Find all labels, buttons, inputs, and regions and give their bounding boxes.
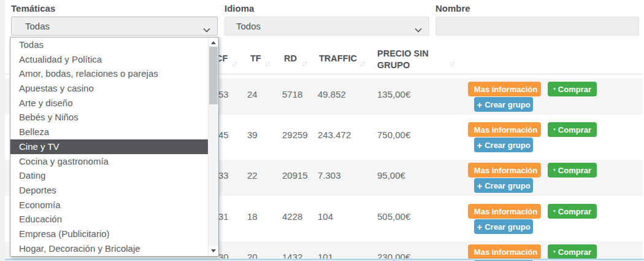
sort-icon[interactable]: ↓↑ <box>449 58 454 68</box>
plus-icon: + <box>477 222 482 232</box>
sort-icon[interactable]: ↓↑ <box>359 58 364 68</box>
dropdown-option[interactable]: Dating <box>10 168 208 183</box>
scroll-down-button[interactable] <box>209 246 218 256</box>
sort-icon[interactable]: ↓↑ <box>231 58 236 68</box>
dropdown-option[interactable]: Belleza <box>10 125 208 139</box>
tematicas-label: Temáticas <box>11 3 55 14</box>
tf-value: 18 <box>247 211 258 222</box>
more-info-button[interactable]: Mas información <box>468 82 541 96</box>
rd-value: 4228 <box>282 211 302 222</box>
dropdown-option[interactable]: Actualidad y Política <box>10 52 208 67</box>
dropdown-options: Todas Actualidad y Política Amor, bodas,… <box>10 37 208 256</box>
cart-icon <box>553 126 556 133</box>
dropdown-option[interactable]: Educación <box>10 212 208 227</box>
more-info-button[interactable]: Mas información <box>468 244 541 259</box>
cart-icon <box>553 166 556 174</box>
chevron-down-icon <box>415 24 422 34</box>
rd-value: 5718 <box>282 89 302 99</box>
nombre-input[interactable] <box>435 17 639 36</box>
left-edge-strip <box>0 0 5 261</box>
create-group-button[interactable]: + Crear grupo <box>474 138 533 152</box>
traffic-value: 243.472 <box>318 130 351 140</box>
create-group-button[interactable]: + Crear grupo <box>474 97 533 112</box>
chevron-down-icon <box>203 24 210 34</box>
price-value: 135,00€ <box>377 89 410 99</box>
idioma-selected-value: Todos <box>225 21 261 31</box>
dropdown-option[interactable]: Bebés y Niños <box>10 110 208 125</box>
column-header-tf[interactable]: TF <box>250 53 261 63</box>
sort-icon[interactable]: ↓↑ <box>301 58 306 68</box>
tf-value: 22 <box>247 170 258 181</box>
dropdown-option-highlighted[interactable]: Cine y TV <box>10 139 208 154</box>
more-info-button[interactable]: Mas información <box>468 204 541 219</box>
idioma-label: Idioma <box>224 3 254 14</box>
dropdown-option[interactable]: Empresa (Publicitario) <box>10 227 208 241</box>
idioma-select[interactable]: Todos <box>224 17 429 36</box>
dropdown-option[interactable]: Amor, bodas, relaciones o parejas <box>10 66 208 81</box>
buy-button[interactable]: Comprar <box>548 204 597 219</box>
triangle-down-icon <box>211 249 216 252</box>
plus-icon: + <box>477 141 482 150</box>
column-header-rd[interactable]: RD <box>284 53 297 63</box>
dropdown-option[interactable]: Deportes <box>10 183 208 198</box>
tematicas-select[interactable]: Todas <box>11 17 218 36</box>
buy-button[interactable]: Comprar <box>548 244 597 259</box>
plus-icon: + <box>477 100 482 109</box>
tf-value: 24 <box>247 89 258 99</box>
bottom-accent-bar <box>5 259 644 260</box>
dropdown-option[interactable]: Todas <box>10 37 208 52</box>
column-header-precio-sin-grupo[interactable]: PRECIO SIN GRUPO <box>377 48 442 71</box>
price-value: 505,00€ <box>377 211 410 222</box>
rd-value: 29259 <box>282 130 308 140</box>
dropdown-option[interactable]: Apuestas y casino <box>10 81 208 96</box>
price-value: 95,00€ <box>377 170 405 181</box>
triangle-up-icon <box>211 41 216 44</box>
dropdown-option[interactable]: Hogar, Decoración y Bricolaje <box>10 241 208 256</box>
buy-button[interactable]: Comprar <box>548 122 597 137</box>
dropdown-option[interactable]: Arte y diseño <box>10 96 208 111</box>
cart-icon <box>553 248 556 255</box>
dropdown-option[interactable]: Cocina y gastronomía <box>10 154 208 169</box>
create-group-button[interactable]: + Crear grupo <box>474 219 533 234</box>
traffic-value: 49.852 <box>318 89 346 99</box>
cf-value: 45 <box>218 130 229 140</box>
plus-icon: + <box>477 181 482 190</box>
cart-icon <box>553 208 556 215</box>
dropdown-scrollbar[interactable] <box>208 37 218 256</box>
tf-value: 39 <box>247 130 258 140</box>
sort-icon[interactable]: ↓↑ <box>264 58 269 68</box>
cf-value: 33 <box>218 170 229 181</box>
dropdown-option[interactable]: Economía <box>10 198 208 212</box>
rd-value: 20915 <box>282 170 308 181</box>
column-header-traffic[interactable]: TRAFFIC <box>319 53 357 63</box>
cf-value: 53 <box>218 89 229 99</box>
scrollbar-thumb[interactable] <box>209 47 218 104</box>
traffic-value: 7.303 <box>318 170 341 181</box>
create-group-button[interactable]: + Crear grupo <box>474 178 533 193</box>
cf-value: 31 <box>218 211 229 222</box>
traffic-value: 104 <box>318 211 333 222</box>
price-value: 750,00€ <box>377 130 410 140</box>
cart-icon <box>553 85 556 93</box>
more-info-button[interactable]: Mas información <box>468 163 541 177</box>
tematicas-selected-value: Todas <box>12 21 50 31</box>
buy-button[interactable]: Comprar <box>548 82 597 96</box>
nombre-label: Nombre <box>435 3 470 14</box>
more-info-button[interactable]: Mas información <box>468 122 541 137</box>
tematicas-dropdown-list: Todas Actualidad y Política Amor, bodas,… <box>10 37 219 257</box>
buy-button[interactable]: Comprar <box>548 163 597 177</box>
